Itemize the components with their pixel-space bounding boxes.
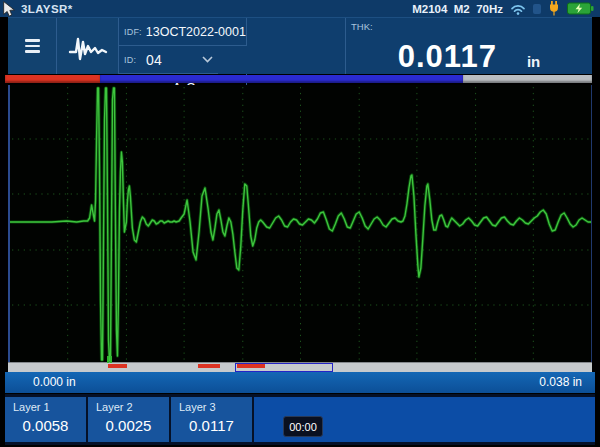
ascan-view-button[interactable] xyxy=(57,18,119,74)
id-value: 04 xyxy=(146,52,162,68)
wifi-icon xyxy=(510,3,526,15)
tab-layer-1[interactable]: Layer 1 0.0058 xyxy=(5,397,86,442)
device-info-text: M2104 M2 70Hz xyxy=(412,3,503,15)
gauge-screen: 3LAYSR* M2104 M2 70Hz xyxy=(0,0,600,447)
chevron-down-icon xyxy=(202,56,213,63)
usb-icon xyxy=(533,4,541,14)
tab-layer-2[interactable]: Layer 2 0.0025 xyxy=(88,397,169,442)
tab-layer-3[interactable]: Layer 3 0.0117 xyxy=(171,397,252,442)
range-segment-range-shown xyxy=(100,75,463,83)
menu-button[interactable] xyxy=(8,18,57,74)
mouse-cursor-icon xyxy=(2,1,16,17)
thk-unit: in xyxy=(527,53,540,70)
gate-position-bar xyxy=(8,362,592,372)
layer-results-panel: Layer 1 0.0058 Layer 2 0.0025 Layer 3 0.… xyxy=(5,394,595,445)
thk-label: THK: xyxy=(351,21,373,32)
layer-3-value: 0.0117 xyxy=(171,417,252,434)
menu-icon xyxy=(25,39,40,42)
range-max-label: 0.038 in xyxy=(539,375,582,389)
gate-segment xyxy=(198,364,220,368)
thickness-readout: THK: 0.0117 in xyxy=(346,18,592,74)
thk-value: 0.0117 xyxy=(398,41,497,72)
ascan-svg xyxy=(10,85,591,362)
power-plug-icon xyxy=(548,1,560,16)
idf-label: IDF: xyxy=(124,27,142,37)
layer-1-label: Layer 1 xyxy=(5,397,86,413)
idf-field[interactable]: IDF: 13OCT2022-0001 xyxy=(119,18,247,46)
panel-blue-area: 00:00 xyxy=(254,397,595,442)
range-overview-bar xyxy=(5,75,592,83)
layer-1-value: 0.0058 xyxy=(5,417,86,434)
layer-2-value: 0.0025 xyxy=(88,417,169,434)
range-min-label: 0.000 in xyxy=(33,375,76,389)
range-segment-range-rest xyxy=(463,75,592,83)
timer-display: 00:00 xyxy=(283,416,323,437)
file-settings-grid: IDF: 13OCT2022-0001 ID: 04 LAYOUT: A-Sca… xyxy=(119,18,346,74)
zoom-window-outline xyxy=(235,363,333,372)
idf-value: 13OCT2022-0001 xyxy=(146,25,246,39)
waveform-icon xyxy=(67,29,109,63)
layer-3-label: Layer 3 xyxy=(171,397,252,413)
gate-segment xyxy=(108,364,127,368)
battery-charging-icon xyxy=(567,2,594,15)
id-dropdown[interactable]: ID: 04 xyxy=(119,46,218,74)
layer-2-label: Layer 2 xyxy=(88,397,169,413)
status-bar: 3LAYSR* M2104 M2 70Hz xyxy=(0,0,600,17)
header-toolbar: IDF: 13OCT2022-0001 ID: 04 LAYOUT: A-Sca… xyxy=(8,17,592,74)
range-label-strip: 0.000 in 0.038 in xyxy=(5,372,595,393)
gate-marker xyxy=(107,356,112,363)
id-label: ID: xyxy=(124,55,136,65)
file-title: 3LAYSR* xyxy=(21,3,73,15)
range-segment-gate-active xyxy=(5,75,100,83)
ascan-plot-area[interactable] xyxy=(8,85,592,362)
